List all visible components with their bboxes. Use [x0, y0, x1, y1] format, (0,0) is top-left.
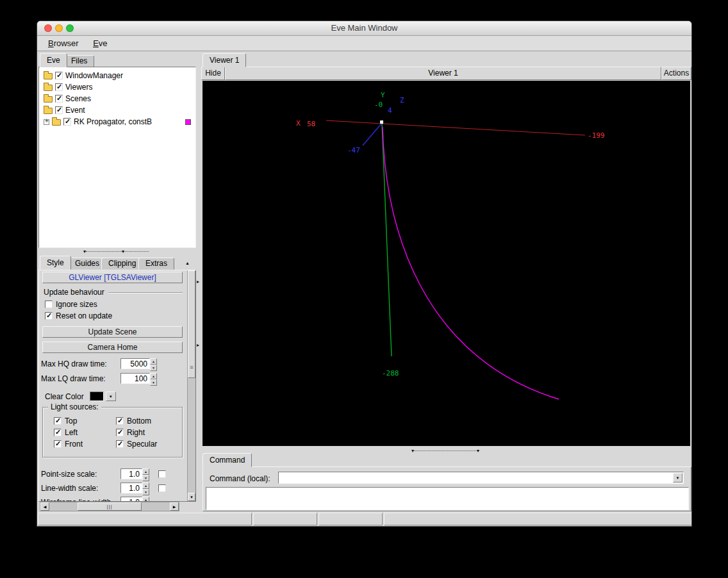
style-panel-hscrollbar[interactable]: ◀ ||| ▶ [40, 502, 179, 511]
tab-scroll-up-icon[interactable]: ▲ [185, 261, 190, 265]
tree-item-event[interactable]: Event [39, 104, 195, 116]
tree-item-scenes[interactable]: Scenes [39, 93, 195, 104]
menu-eve[interactable]: Eve [87, 36, 113, 50]
titlebar[interactable]: Eve Main Window [37, 21, 691, 36]
tab-style[interactable]: Style [40, 256, 71, 270]
tab-viewer-1[interactable]: Viewer 1 [203, 53, 246, 67]
spin-up-icon[interactable]: ▲ [150, 373, 157, 379]
light-right-row[interactable]: Right [116, 428, 178, 437]
hscrollbar-right-icon[interactable]: ▶ [170, 502, 179, 511]
z-axis-name-label: Z [400, 96, 404, 104]
checkbox[interactable] [55, 95, 63, 103]
light-left-row[interactable]: Left [54, 428, 116, 437]
hide-button[interactable]: Hide [201, 67, 225, 80]
wireframe-stepper[interactable]: ▲▼ [142, 497, 149, 502]
max-lq-label: Max LQ draw time: [41, 374, 120, 383]
status-cell [384, 513, 692, 525]
tab-files[interactable]: Files [64, 55, 94, 67]
menu-browser[interactable]: Browser [42, 36, 85, 50]
close-button[interactable] [44, 24, 52, 32]
checkbox[interactable] [54, 429, 62, 436]
viewer-command-splitter[interactable]: ▾ ▾ [203, 447, 690, 454]
spin-down-icon[interactable]: ▼ [142, 475, 149, 481]
x-axis-name-label: X [296, 119, 301, 128]
checkbox[interactable] [54, 417, 62, 425]
light-bottom-row[interactable]: Bottom [116, 417, 178, 425]
splitter-arrow-icon[interactable]: ▾ [122, 248, 124, 255]
glviewer-button[interactable]: GLViewer [TGLSAViewer] [42, 272, 183, 283]
checkbox[interactable] [116, 417, 124, 425]
checkbox[interactable] [116, 440, 124, 448]
tree-item-label: Scenes [65, 94, 91, 103]
expand-icon[interactable] [44, 119, 49, 125]
spin-up-icon[interactable]: ▲ [142, 497, 149, 502]
clear-color-dropdown-icon[interactable]: ▾ [106, 392, 116, 401]
spin-down-icon[interactable]: ▼ [150, 365, 157, 371]
vscrollbar-thumb[interactable]: ≡ [188, 270, 195, 378]
spin-up-icon[interactable]: ▲ [150, 358, 157, 365]
max-lq-stepper[interactable]: ▲▼ [150, 373, 157, 384]
light-sources-title: Light sources: [48, 402, 101, 411]
max-lq-input[interactable]: 100 [120, 373, 150, 384]
splitter-arrow-icon[interactable]: ▾ [83, 248, 86, 255]
checkbox[interactable] [45, 312, 53, 320]
zoom-button[interactable] [66, 24, 74, 32]
vscrollbar-down-icon[interactable]: ▼ [188, 493, 195, 501]
splitter-arrow-icon[interactable]: ▾ [477, 447, 479, 454]
checkbox[interactable] [63, 118, 71, 126]
hscrollbar-thumb[interactable]: ||| [78, 502, 142, 511]
wireframe-input[interactable]: 1.0 [120, 497, 142, 502]
max-hq-input[interactable]: 5000 [120, 358, 150, 369]
spin-down-icon[interactable]: ▼ [150, 379, 157, 386]
tree-item-rk-propagator[interactable]: RK Propagator, constB [39, 116, 195, 128]
line-width-checkbox[interactable] [158, 484, 166, 492]
checkbox[interactable] [55, 72, 63, 79]
splitter-arrow-icon[interactable]: ▾ [411, 447, 414, 454]
tree-style-splitter[interactable]: ▾ ▾ [38, 248, 196, 255]
checkbox[interactable] [116, 429, 124, 436]
point-size-stepper[interactable]: ▲▼ [142, 468, 149, 479]
checkbox[interactable] [45, 301, 53, 308]
checkbox[interactable] [55, 83, 63, 91]
combo-dropdown-icon[interactable]: ▼ [673, 473, 682, 483]
point-size-checkbox[interactable] [158, 470, 166, 478]
tree-item-windowmanager[interactable]: WindowManager [39, 70, 195, 81]
splitter-arrow-icon[interactable]: ▸ [197, 342, 199, 348]
pane-splitter[interactable]: ▸ ▸ [197, 51, 202, 513]
command-combobox[interactable]: ▼ [278, 472, 684, 484]
viewer-title: Viewer 1 [225, 67, 661, 80]
light-top-row[interactable]: Top [54, 417, 116, 425]
hscrollbar-left-icon[interactable]: ◀ [40, 502, 49, 511]
line-width-stepper[interactable]: ▲▼ [142, 483, 149, 493]
spin-up-icon[interactable]: ▲ [142, 483, 149, 489]
style-panel-vscrollbar[interactable]: ≡ ▼ [187, 270, 195, 501]
checkbox[interactable] [55, 106, 63, 114]
tab-extras[interactable]: Extras [138, 258, 174, 270]
spin-down-icon[interactable]: ▼ [142, 489, 149, 495]
point-size-input[interactable]: 1.0 [120, 468, 142, 479]
update-scene-button[interactable]: Update Scene [42, 326, 183, 338]
actions-button[interactable]: Actions [661, 67, 691, 80]
line-width-input[interactable]: 1.0 [120, 483, 142, 493]
max-hq-stepper[interactable]: ▲▼ [150, 358, 157, 369]
tab-command[interactable]: Command [203, 453, 252, 467]
ignore-sizes-row[interactable]: Ignore sizes [45, 300, 97, 309]
command-input[interactable] [279, 473, 672, 483]
splitter-arrow-icon[interactable]: ▸ [197, 279, 199, 285]
clear-color-swatch[interactable] [90, 392, 104, 401]
splitter-dots [414, 450, 479, 451]
tree-item-viewers[interactable]: Viewers [39, 81, 195, 93]
light-specular-row[interactable]: Specular [116, 440, 178, 449]
reset-on-update-row[interactable]: Reset on update [45, 311, 112, 320]
checkbox[interactable] [54, 440, 62, 448]
color-swatch[interactable] [185, 119, 191, 125]
tab-clipping[interactable]: Clipping [101, 258, 143, 270]
minimize-button[interactable] [55, 24, 63, 32]
spin-up-icon[interactable]: ▲ [142, 468, 149, 475]
camera-home-button[interactable]: Camera Home [42, 342, 183, 353]
tab-eve[interactable]: Eve [40, 53, 67, 67]
z-axis-far-label: -47 [347, 146, 360, 154]
status-cell [318, 513, 383, 525]
gl-viewport[interactable]: X 58 -199 Y -0 -288 Z 4 -47 [203, 81, 690, 446]
light-front-row[interactable]: Front [54, 440, 116, 449]
